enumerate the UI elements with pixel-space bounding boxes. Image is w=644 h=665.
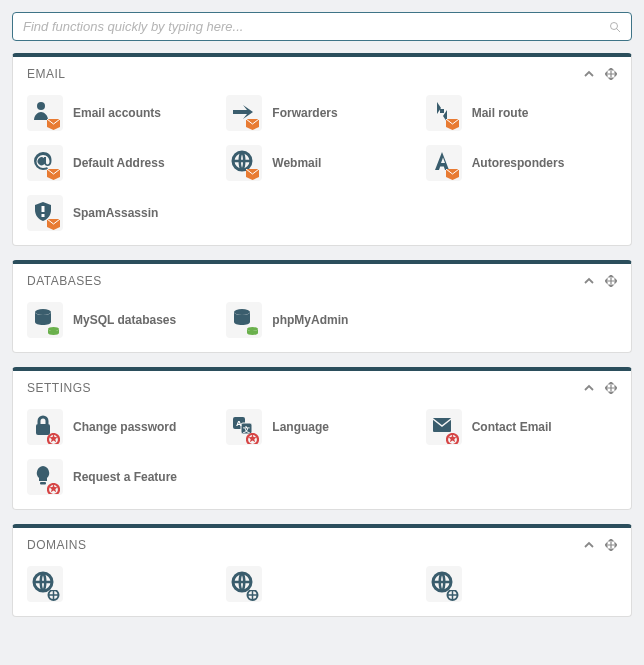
category-badge-icon	[446, 118, 459, 128]
item-label: SpamAssassin	[73, 206, 158, 220]
item-request-feature[interactable]: Request a Feature	[27, 459, 218, 495]
panel-databases: DATABASESMySQL databasesphpMyAdmin	[12, 260, 632, 353]
category-badge-icon	[47, 482, 60, 492]
search-input[interactable]	[23, 19, 609, 34]
move-icon[interactable]	[605, 275, 617, 287]
collapse-icon[interactable]	[583, 382, 595, 394]
arrow-icon	[226, 95, 262, 131]
panel-header: EMAIL	[13, 57, 631, 91]
search-icon	[609, 21, 621, 33]
panel-body: Change passwordLanguageContact EmailRequ…	[13, 405, 631, 509]
item-label: Change password	[73, 420, 176, 434]
item-label: Forwarders	[272, 106, 337, 120]
item-spamassassin[interactable]: SpamAssassin	[27, 195, 218, 231]
collapse-icon[interactable]	[583, 68, 595, 80]
panel-title: SETTINGS	[27, 381, 573, 395]
search-bar[interactable]	[12, 12, 632, 41]
globe-icon	[226, 566, 262, 602]
item-label: Autoresponders	[472, 156, 565, 170]
panel-domains: DOMAINS	[12, 524, 632, 617]
page-root: EMAILEmail accountsForwardersMail routeD…	[0, 0, 644, 643]
category-badge-icon	[446, 589, 459, 599]
category-badge-icon	[246, 325, 259, 335]
item-mysql-databases[interactable]: MySQL databases	[27, 302, 218, 338]
letter-a-icon	[426, 145, 462, 181]
item-email-accounts[interactable]: Email accounts	[27, 95, 218, 131]
svg-point-0	[611, 22, 618, 29]
at-icon	[27, 145, 63, 181]
db-icon	[27, 302, 63, 338]
item-label: Webmail	[272, 156, 321, 170]
collapse-icon[interactable]	[583, 539, 595, 551]
item-webmail[interactable]: Webmail	[226, 145, 417, 181]
category-badge-icon	[47, 118, 60, 128]
category-badge-icon	[446, 168, 459, 178]
item-language[interactable]: Language	[226, 409, 417, 445]
panel-body: Email accountsForwardersMail routeDefaul…	[13, 91, 631, 245]
item-label: Mail route	[472, 106, 529, 120]
item-domain3[interactable]	[426, 566, 617, 602]
globe-icon	[426, 566, 462, 602]
category-badge-icon	[246, 589, 259, 599]
item-label: Request a Feature	[73, 470, 177, 484]
panel-header: SETTINGS	[13, 371, 631, 405]
item-contact-email[interactable]: Contact Email	[426, 409, 617, 445]
panel-header: DATABASES	[13, 264, 631, 298]
lock-icon	[27, 409, 63, 445]
item-label: Email accounts	[73, 106, 161, 120]
item-label: Language	[272, 420, 329, 434]
svg-line-1	[617, 28, 621, 32]
panel-body: MySQL databasesphpMyAdmin	[13, 298, 631, 352]
panel-body	[13, 562, 631, 616]
route-icon	[426, 95, 462, 131]
item-default-address[interactable]: Default Address	[27, 145, 218, 181]
move-icon[interactable]	[605, 539, 617, 551]
category-badge-icon	[47, 589, 60, 599]
item-domain2[interactable]	[226, 566, 417, 602]
panel-title: DATABASES	[27, 274, 573, 288]
globe-icon	[27, 566, 63, 602]
panel-settings: SETTINGSChange passwordLanguageContact E…	[12, 367, 632, 510]
item-phpmyadmin[interactable]: phpMyAdmin	[226, 302, 417, 338]
globe-icon	[226, 145, 262, 181]
item-label: phpMyAdmin	[272, 313, 348, 327]
item-label: MySQL databases	[73, 313, 176, 327]
item-domain1[interactable]	[27, 566, 218, 602]
item-autoresponders[interactable]: Autoresponders	[426, 145, 617, 181]
panel-email: EMAILEmail accountsForwardersMail routeD…	[12, 53, 632, 246]
panel-title: EMAIL	[27, 67, 573, 81]
shield-icon	[27, 195, 63, 231]
move-icon[interactable]	[605, 382, 617, 394]
category-badge-icon	[47, 432, 60, 442]
category-badge-icon	[246, 168, 259, 178]
item-change-password[interactable]: Change password	[27, 409, 218, 445]
category-badge-icon	[246, 432, 259, 442]
category-badge-icon	[446, 432, 459, 442]
move-icon[interactable]	[605, 68, 617, 80]
category-badge-icon	[47, 168, 60, 178]
category-badge-icon	[47, 325, 60, 335]
item-label: Default Address	[73, 156, 165, 170]
category-badge-icon	[246, 118, 259, 128]
category-badge-icon	[47, 218, 60, 228]
bulb-icon	[27, 459, 63, 495]
collapse-icon[interactable]	[583, 275, 595, 287]
item-mail-route[interactable]: Mail route	[426, 95, 617, 131]
lang-icon	[226, 409, 262, 445]
item-label: Contact Email	[472, 420, 552, 434]
panel-header: DOMAINS	[13, 528, 631, 562]
panel-title: DOMAINS	[27, 538, 573, 552]
mail-icon	[426, 409, 462, 445]
item-forwarders[interactable]: Forwarders	[226, 95, 417, 131]
db-icon	[226, 302, 262, 338]
user-icon	[27, 95, 63, 131]
